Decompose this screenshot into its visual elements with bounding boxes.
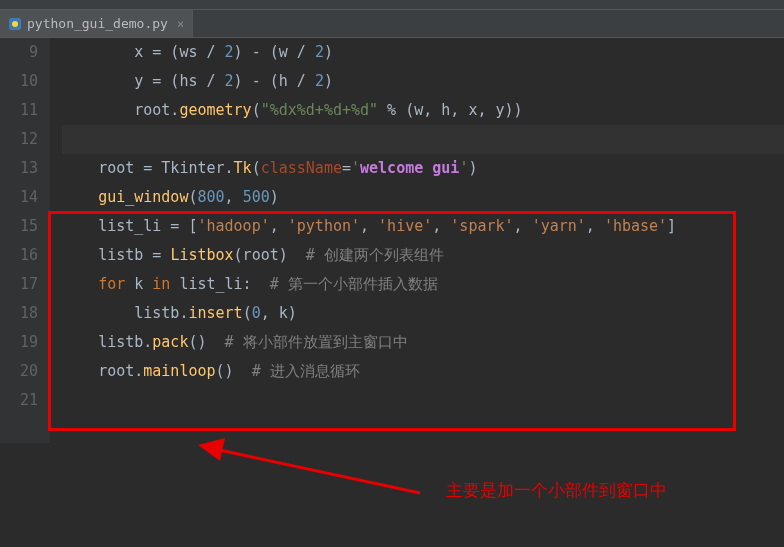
line-number: 13 (0, 154, 38, 183)
toolbar (0, 0, 784, 10)
code-line-20: root.mainloop() # 进入消息循环 (62, 357, 784, 386)
line-number: 18 (0, 299, 38, 328)
code-content[interactable]: x = (ws / 2) - (w / 2) y = (hs / 2) - (h… (50, 38, 784, 443)
python-file-icon (8, 17, 22, 31)
svg-marker-1 (198, 438, 225, 461)
line-number: 10 (0, 67, 38, 96)
line-number: 17 (0, 270, 38, 299)
line-number: 21 (0, 386, 38, 415)
line-number: 9 (0, 38, 38, 67)
code-line-19: listb.pack() # 将小部件放置到主窗口中 (62, 328, 784, 357)
annotation-area: 主要是加一个小部件到窗口中 (0, 443, 784, 547)
line-number: 20 (0, 357, 38, 386)
code-line-12 (62, 125, 784, 154)
code-line-15: list_li = ['hadoop', 'python', 'hive', '… (62, 212, 784, 241)
code-line-13: root = Tkinter.Tk(className='welcome gui… (62, 154, 784, 183)
arrow-icon (190, 433, 430, 523)
close-icon[interactable]: × (177, 17, 184, 31)
line-number: 19 (0, 328, 38, 357)
line-number: 15 (0, 212, 38, 241)
code-line-21 (62, 386, 784, 415)
line-number: 16 (0, 241, 38, 270)
line-gutter: 9 10 11 12 13 14 15 16 17 18 19 20 21 (0, 38, 50, 443)
code-line-18: listb.insert(0, k) (62, 299, 784, 328)
tab-bar: python_gui_demo.py × (0, 10, 784, 38)
line-number: 11 (0, 96, 38, 125)
line-number: 12 (0, 125, 38, 154)
code-line-16: listb = Listbox(root) # 创建两个列表组件 (62, 241, 784, 270)
tab-filename: python_gui_demo.py (27, 16, 168, 31)
file-tab[interactable]: python_gui_demo.py × (0, 10, 193, 37)
code-editor[interactable]: 9 10 11 12 13 14 15 16 17 18 19 20 21 x … (0, 38, 784, 443)
line-number: 14 (0, 183, 38, 212)
annotation-text: 主要是加一个小部件到窗口中 (446, 479, 667, 502)
code-line-14: gui_window(800, 500) (62, 183, 784, 212)
code-line-11: root.geometry("%dx%d+%d+%d" % (w, h, x, … (62, 96, 784, 125)
code-line-10: y = (hs / 2) - (h / 2) (62, 67, 784, 96)
code-line-17: for k in list_li: # 第一个小部件插入数据 (62, 270, 784, 299)
code-line-9: x = (ws / 2) - (w / 2) (62, 38, 784, 67)
